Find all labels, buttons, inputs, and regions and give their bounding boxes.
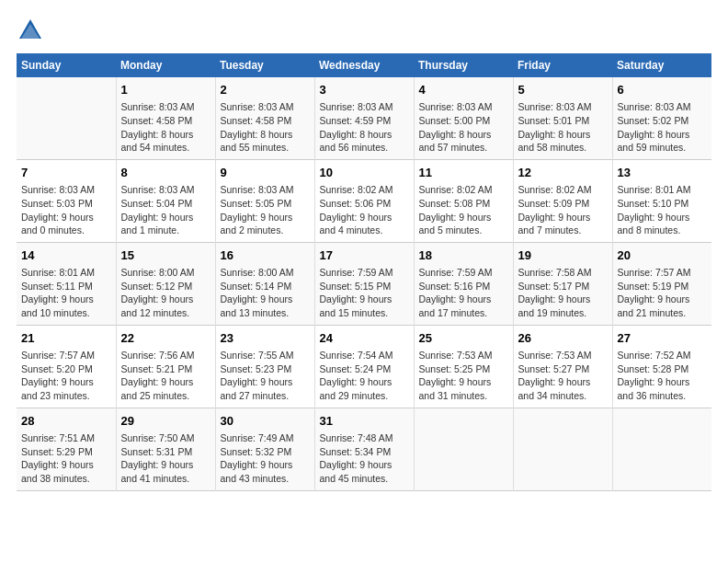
calendar-cell: 1Sunrise: 8:03 AM Sunset: 4:58 PM Daylig… <box>116 77 215 159</box>
day-number: 3 <box>320 82 409 98</box>
day-info: Sunrise: 8:02 AM Sunset: 5:06 PM Dayligh… <box>320 183 409 237</box>
day-info: Sunrise: 7:57 AM Sunset: 5:20 PM Dayligh… <box>21 349 111 403</box>
day-number: 28 <box>21 413 111 430</box>
day-info: Sunrise: 7:52 AM Sunset: 5:28 PM Dayligh… <box>618 349 708 403</box>
calendar-cell: 7Sunrise: 8:03 AM Sunset: 5:03 PM Daylig… <box>17 159 116 242</box>
day-info: Sunrise: 8:02 AM Sunset: 5:08 PM Dayligh… <box>419 183 508 237</box>
day-number: 26 <box>518 330 608 347</box>
calendar-cell: 18Sunrise: 7:59 AM Sunset: 5:16 PM Dayli… <box>414 242 513 325</box>
day-info: Sunrise: 8:03 AM Sunset: 4:58 PM Dayligh… <box>121 100 210 155</box>
calendar-cell: 22Sunrise: 7:56 AM Sunset: 5:21 PM Dayli… <box>116 325 215 408</box>
day-info: Sunrise: 8:03 AM Sunset: 5:00 PM Dayligh… <box>419 100 508 155</box>
day-number: 31 <box>320 413 409 430</box>
calendar-cell: 2Sunrise: 8:03 AM Sunset: 4:58 PM Daylig… <box>215 77 314 159</box>
calendar-cell: 15Sunrise: 8:00 AM Sunset: 5:12 PM Dayli… <box>116 242 215 325</box>
day-number: 1 <box>121 82 210 98</box>
weekday-header-thursday: Thursday <box>414 53 513 77</box>
day-info: Sunrise: 7:51 AM Sunset: 5:29 PM Dayligh… <box>21 431 111 486</box>
day-number: 14 <box>21 247 111 264</box>
calendar-cell: 27Sunrise: 7:52 AM Sunset: 5:28 PM Dayli… <box>612 325 711 408</box>
day-info: Sunrise: 8:01 AM Sunset: 5:11 PM Dayligh… <box>21 266 111 320</box>
day-info: Sunrise: 8:00 AM Sunset: 5:12 PM Dayligh… <box>121 266 210 320</box>
day-info: Sunrise: 8:03 AM Sunset: 5:01 PM Dayligh… <box>518 100 608 155</box>
day-info: Sunrise: 8:03 AM Sunset: 5:04 PM Dayligh… <box>121 183 210 237</box>
day-number: 9 <box>221 165 310 181</box>
day-info: Sunrise: 7:56 AM Sunset: 5:21 PM Dayligh… <box>121 349 210 403</box>
page: SundayMondayTuesdayWednesdayThursdayFrid… <box>0 0 728 563</box>
day-number: 25 <box>419 330 508 347</box>
day-info: Sunrise: 7:55 AM Sunset: 5:23 PM Dayligh… <box>221 349 310 403</box>
day-number: 5 <box>518 82 608 98</box>
day-info: Sunrise: 7:53 AM Sunset: 5:27 PM Dayligh… <box>518 349 608 403</box>
weekday-header-sunday: Sunday <box>17 53 116 77</box>
day-number: 24 <box>320 330 409 347</box>
logo <box>17 17 46 44</box>
day-number: 13 <box>618 165 708 181</box>
week-row-1: 1Sunrise: 8:03 AM Sunset: 4:58 PM Daylig… <box>17 77 711 159</box>
calendar-cell: 14Sunrise: 8:01 AM Sunset: 5:11 PM Dayli… <box>17 242 116 325</box>
day-number: 7 <box>21 165 111 181</box>
day-number: 18 <box>419 247 508 264</box>
day-info: Sunrise: 8:00 AM Sunset: 5:14 PM Dayligh… <box>221 266 310 320</box>
week-row-2: 7Sunrise: 8:03 AM Sunset: 5:03 PM Daylig… <box>17 159 711 242</box>
day-info: Sunrise: 7:58 AM Sunset: 5:17 PM Dayligh… <box>518 266 608 320</box>
weekday-header-tuesday: Tuesday <box>215 53 314 77</box>
weekday-header-row: SundayMondayTuesdayWednesdayThursdayFrid… <box>17 53 711 77</box>
calendar-cell: 30Sunrise: 7:49 AM Sunset: 5:32 PM Dayli… <box>215 408 314 490</box>
day-info: Sunrise: 7:54 AM Sunset: 5:24 PM Dayligh… <box>320 349 409 403</box>
calendar-cell: 29Sunrise: 7:50 AM Sunset: 5:31 PM Dayli… <box>116 408 215 490</box>
day-info: Sunrise: 7:49 AM Sunset: 5:32 PM Dayligh… <box>221 431 310 486</box>
calendar-cell: 24Sunrise: 7:54 AM Sunset: 5:24 PM Dayli… <box>314 325 414 408</box>
day-info: Sunrise: 8:02 AM Sunset: 5:09 PM Dayligh… <box>518 183 608 237</box>
day-info: Sunrise: 8:03 AM Sunset: 4:58 PM Dayligh… <box>221 100 310 155</box>
calendar-cell: 8Sunrise: 8:03 AM Sunset: 5:04 PM Daylig… <box>116 159 215 242</box>
calendar-cell: 10Sunrise: 8:02 AM Sunset: 5:06 PM Dayli… <box>314 159 414 242</box>
calendar-cell: 23Sunrise: 7:55 AM Sunset: 5:23 PM Dayli… <box>215 325 314 408</box>
day-info: Sunrise: 7:59 AM Sunset: 5:16 PM Dayligh… <box>419 266 508 320</box>
day-number: 10 <box>320 165 409 181</box>
calendar-cell: 11Sunrise: 8:02 AM Sunset: 5:08 PM Dayli… <box>414 159 513 242</box>
day-info: Sunrise: 8:03 AM Sunset: 5:05 PM Dayligh… <box>221 183 310 237</box>
calendar-cell: 20Sunrise: 7:57 AM Sunset: 5:19 PM Dayli… <box>612 242 711 325</box>
day-number: 2 <box>221 82 310 98</box>
calendar-cell: 26Sunrise: 7:53 AM Sunset: 5:27 PM Dayli… <box>513 325 612 408</box>
calendar-cell <box>414 408 513 490</box>
calendar-cell: 31Sunrise: 7:48 AM Sunset: 5:34 PM Dayli… <box>314 408 414 490</box>
weekday-header-monday: Monday <box>116 53 215 77</box>
day-number: 16 <box>221 247 310 264</box>
day-number: 20 <box>618 247 708 264</box>
day-number: 4 <box>419 82 508 98</box>
calendar-cell <box>612 408 711 490</box>
day-number: 29 <box>121 413 210 430</box>
calendar-cell: 5Sunrise: 8:03 AM Sunset: 5:01 PM Daylig… <box>513 77 612 159</box>
day-number: 21 <box>21 330 111 347</box>
weekday-header-saturday: Saturday <box>612 53 711 77</box>
day-number: 23 <box>221 330 310 347</box>
day-number: 6 <box>618 82 708 98</box>
day-info: Sunrise: 7:53 AM Sunset: 5:25 PM Dayligh… <box>419 349 508 403</box>
header <box>17 17 711 44</box>
weekday-header-friday: Friday <box>513 53 612 77</box>
calendar-cell: 21Sunrise: 7:57 AM Sunset: 5:20 PM Dayli… <box>17 325 116 408</box>
day-number: 22 <box>121 330 210 347</box>
day-number: 12 <box>518 165 608 181</box>
calendar-cell: 6Sunrise: 8:03 AM Sunset: 5:02 PM Daylig… <box>612 77 711 159</box>
day-info: Sunrise: 8:03 AM Sunset: 5:02 PM Dayligh… <box>618 100 708 155</box>
calendar-table: SundayMondayTuesdayWednesdayThursdayFrid… <box>17 53 711 491</box>
calendar-cell: 13Sunrise: 8:01 AM Sunset: 5:10 PM Dayli… <box>612 159 711 242</box>
calendar-cell: 19Sunrise: 7:58 AM Sunset: 5:17 PM Dayli… <box>513 242 612 325</box>
calendar-cell: 28Sunrise: 7:51 AM Sunset: 5:29 PM Dayli… <box>17 408 116 490</box>
calendar-cell: 4Sunrise: 8:03 AM Sunset: 5:00 PM Daylig… <box>414 77 513 159</box>
calendar-cell: 25Sunrise: 7:53 AM Sunset: 5:25 PM Dayli… <box>414 325 513 408</box>
day-info: Sunrise: 7:50 AM Sunset: 5:31 PM Dayligh… <box>121 431 210 486</box>
day-number: 15 <box>121 247 210 264</box>
week-row-5: 28Sunrise: 7:51 AM Sunset: 5:29 PM Dayli… <box>17 408 711 490</box>
weekday-header-wednesday: Wednesday <box>314 53 414 77</box>
week-row-3: 14Sunrise: 8:01 AM Sunset: 5:11 PM Dayli… <box>17 242 711 325</box>
logo-icon <box>17 17 44 44</box>
day-info: Sunrise: 7:48 AM Sunset: 5:34 PM Dayligh… <box>320 431 409 486</box>
calendar-cell: 3Sunrise: 8:03 AM Sunset: 4:59 PM Daylig… <box>314 77 414 159</box>
calendar-cell <box>513 408 612 490</box>
day-info: Sunrise: 8:03 AM Sunset: 4:59 PM Dayligh… <box>320 100 409 155</box>
day-info: Sunrise: 8:03 AM Sunset: 5:03 PM Dayligh… <box>21 183 111 237</box>
